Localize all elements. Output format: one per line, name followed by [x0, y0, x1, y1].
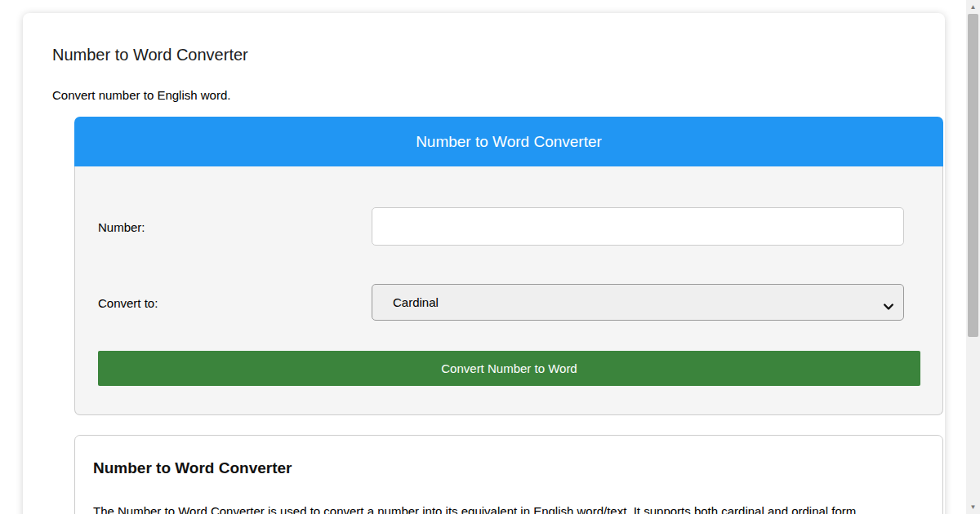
page-subtitle: Convert number to English word. — [52, 88, 230, 102]
chevron-down-icon — [884, 299, 893, 313]
browser-viewport: Number to Word Converter Convert number … — [0, 0, 980, 514]
converter-form: Number: Convert to: Cardinal Convert Num… — [74, 166, 943, 415]
scrollbar-thumb[interactable] — [968, 14, 978, 337]
convert-to-selected-value: Cardinal — [372, 295, 439, 309]
converter-header-title: Number to Word Converter — [416, 133, 602, 151]
page-container: Number to Word Converter Convert number … — [23, 13, 945, 514]
about-heading: Number to Word Converter — [93, 459, 942, 477]
scroll-down-icon[interactable]: ▼ — [966, 500, 980, 514]
convert-to-select[interactable]: Cardinal — [372, 284, 904, 321]
converter-header: Number to Word Converter — [74, 117, 943, 166]
page-title: Number to Word Converter — [52, 46, 248, 64]
about-section: Number to Word Converter The Number to W… — [74, 435, 943, 514]
scroll-up-icon[interactable]: ▲ — [966, 0, 980, 14]
about-paragraph: The Number to Word Converter is used to … — [93, 503, 924, 514]
vertical-scrollbar[interactable]: ▲ ▼ — [966, 0, 980, 514]
number-label: Number: — [98, 220, 145, 234]
number-input[interactable] — [372, 207, 904, 246]
convert-to-label: Convert to: — [98, 296, 158, 310]
converter-widget: Number to Word Converter Number: Convert… — [74, 117, 943, 415]
convert-button[interactable]: Convert Number to Word — [98, 351, 920, 386]
